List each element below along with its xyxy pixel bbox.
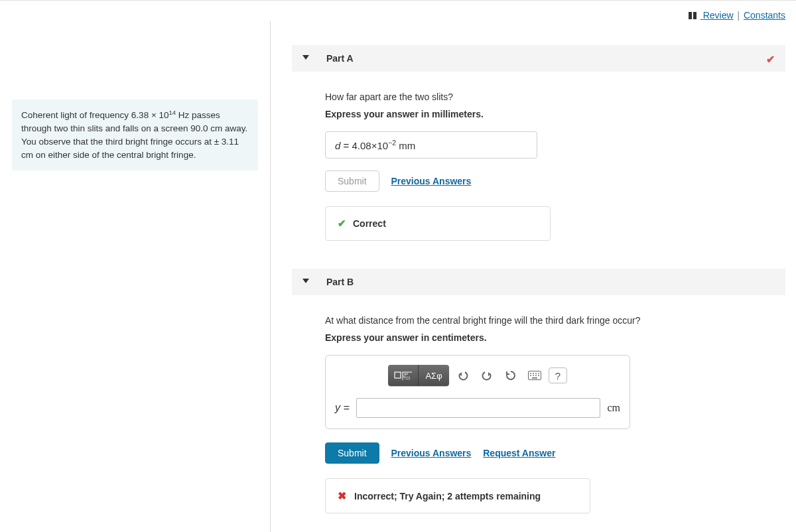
answer-unit: cm: [607, 402, 620, 414]
review-link[interactable]: Review: [700, 10, 734, 21]
equation-lhs: y =: [335, 402, 350, 414]
part-a-previous-answers-link[interactable]: Previous Answers: [391, 176, 471, 186]
svg-point-7: [530, 373, 531, 374]
part-b-question: At what distance from the central bright…: [325, 315, 785, 326]
part-a-answer-display: d = 4.08×10−2 mm: [325, 131, 537, 159]
svg-point-11: [530, 375, 531, 376]
redo-button[interactable]: [477, 366, 497, 385]
part-b-body: At what distance from the central bright…: [325, 295, 785, 513]
separator: |: [737, 10, 740, 21]
part-b-feedback: ✖Incorrect; Try Again; 2 attempts remain…: [325, 478, 590, 513]
part-b-submit-button[interactable]: Submit: [325, 442, 379, 464]
svg-point-13: [535, 375, 537, 376]
part-b-instruction: Express your answer in centimeters.: [325, 332, 785, 343]
part-a-status-icon: ✔: [766, 53, 775, 66]
problem-statement: Coherent light of frequency 6.38 × 1014 …: [12, 100, 258, 170]
keyboard-button[interactable]: [525, 366, 545, 385]
greek-symbols-button[interactable]: ΑΣφ: [419, 365, 449, 386]
review-icon: [689, 11, 698, 21]
help-button[interactable]: ?: [549, 367, 567, 383]
templates-icon: ▭ ▭ √: [393, 369, 413, 381]
reset-button[interactable]: [501, 366, 521, 385]
part-b-previous-answers-link[interactable]: Previous Answers: [391, 448, 471, 458]
part-a-submit-button[interactable]: Submit: [325, 170, 379, 192]
svg-rect-2: [395, 372, 401, 378]
part-b-title: Part B: [292, 269, 785, 295]
part-a-instruction: Express your answer in millimeters.: [325, 109, 785, 119]
svg-point-9: [535, 373, 537, 374]
undo-button[interactable]: [453, 366, 473, 385]
svg-rect-1: [693, 12, 696, 19]
part-a-question: How far apart are the two slits?: [325, 92, 785, 102]
template-button-group: ▭ ▭ √ ΑΣφ: [388, 365, 449, 386]
part-a-feedback: ✔Correct: [325, 206, 551, 241]
svg-point-10: [538, 373, 539, 374]
svg-rect-0: [689, 12, 692, 19]
x-icon: ✖: [338, 490, 346, 501]
svg-rect-15: [532, 377, 537, 379]
part-a-header[interactable]: Part A ✔: [292, 45, 785, 72]
collapse-caret-icon: [302, 55, 309, 60]
part-a-title: Part A: [292, 45, 785, 72]
svg-text:√: √: [403, 373, 406, 379]
answer-input[interactable]: [356, 398, 601, 418]
part-a-body: How far apart are the two slits? Express…: [325, 72, 785, 241]
check-icon: ✔: [338, 218, 346, 229]
problem-panel: Coherent light of frequency 6.38 × 1014 …: [0, 21, 271, 532]
svg-point-8: [533, 373, 534, 374]
answer-input-panel: ▭ ▭ √ ΑΣφ: [325, 355, 630, 429]
math-toolbar: ▭ ▭ √ ΑΣφ: [335, 365, 620, 386]
svg-text:▭: ▭: [405, 375, 411, 381]
svg-point-14: [538, 375, 539, 376]
constants-link[interactable]: Constants: [744, 10, 785, 21]
svg-point-12: [533, 375, 534, 376]
part-b-header[interactable]: Part B: [292, 269, 785, 295]
collapse-caret-icon: [302, 279, 309, 283]
templates-button[interactable]: ▭ ▭ √: [388, 365, 419, 386]
top-links: Review | Constants: [0, 1, 796, 21]
request-answer-link[interactable]: Request Answer: [483, 448, 555, 458]
